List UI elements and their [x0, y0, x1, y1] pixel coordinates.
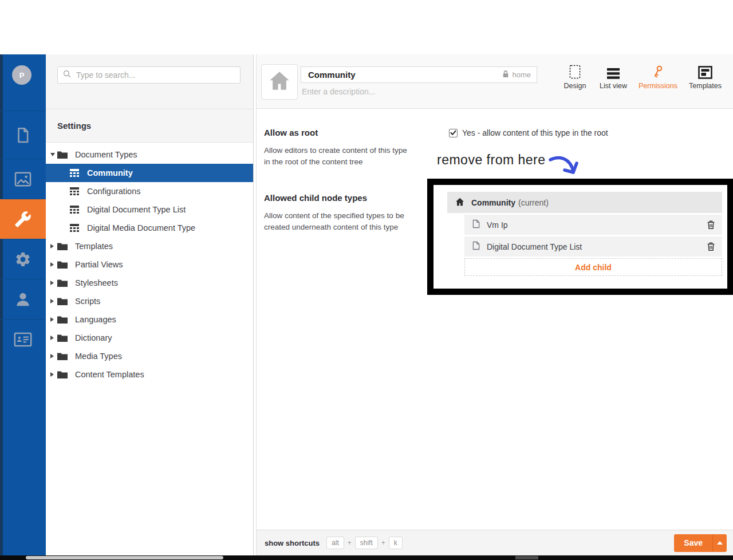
lock-icon	[502, 70, 509, 80]
name-field[interactable]	[307, 69, 502, 80]
show-shortcuts-link[interactable]: show shortcuts	[265, 539, 320, 547]
design-icon	[569, 64, 581, 79]
nav-item-users[interactable]	[0, 279, 46, 320]
save-split-button: Save	[674, 534, 727, 552]
tree-item-label: Community	[87, 168, 133, 178]
annotation-highlight-box: Community (current) Vm Ip D	[427, 179, 733, 295]
caret-right-icon[interactable]	[50, 281, 54, 285]
allowed-children-heading: Allowed child node types	[264, 193, 367, 203]
caret-right-icon[interactable]	[50, 262, 54, 267]
tree-item-label: Content Templates	[75, 370, 144, 379]
nav-item-settings[interactable]	[0, 199, 46, 239]
tree-item-community[interactable]: Community	[46, 164, 253, 182]
document-type-grid-icon	[70, 224, 79, 232]
nav-item-content[interactable]	[0, 111, 46, 159]
tree-item-partial-views[interactable]: Partial Views	[46, 255, 253, 274]
tab-design[interactable]: Design	[562, 64, 588, 90]
tree-item-digital-media-document-type[interactable]: Digital Media Document Type	[46, 219, 253, 237]
tab-list-view[interactable]: List view	[600, 64, 627, 90]
remove-child-button[interactable]	[707, 242, 715, 251]
search-icon	[63, 70, 71, 80]
id-card-icon	[14, 332, 32, 347]
caret-right-icon[interactable]	[50, 336, 54, 340]
key-badge-alt: alt	[326, 537, 344, 549]
permissions-key-icon	[652, 64, 664, 79]
tree-item-label: Media Types	[75, 352, 122, 361]
tree-item-stylesheets[interactable]: Stylesheets	[46, 274, 253, 292]
tree-item-document-types[interactable]: Document Types	[46, 145, 253, 164]
caret-right-icon[interactable]	[50, 317, 54, 322]
allowed-children-parent-row: Community (current)	[447, 192, 722, 213]
app-window: P	[0, 54, 733, 555]
folder-icon	[57, 242, 68, 250]
allow-as-root-heading: Allow as root	[264, 128, 318, 137]
folder-icon	[57, 370, 68, 378]
scrollbar-thumb[interactable]	[26, 556, 223, 559]
avatar[interactable]: P	[12, 65, 31, 85]
settings-tree: Document Types Community Configurations …	[46, 143, 253, 384]
tree-item-configurations[interactable]: Configurations	[46, 182, 253, 200]
tree-item-label: Digital Document Type List	[87, 205, 186, 214]
caret-right-icon[interactable]	[50, 299, 54, 303]
key-separator: +	[348, 539, 352, 547]
parent-suffix: (current)	[518, 198, 549, 207]
key-badge-shift: shift	[355, 537, 378, 549]
tree-item-label: Scripts	[75, 297, 100, 306]
tab-label: Templates	[689, 82, 722, 90]
chevron-up-icon	[717, 541, 723, 545]
caret-down-icon[interactable]	[50, 153, 55, 156]
tree-item-dictionary[interactable]: Dictionary	[46, 329, 253, 347]
caret-right-icon[interactable]	[50, 354, 54, 358]
tree-item-label: Dictionary	[75, 333, 112, 342]
allow-root-option: Yes - allow content of this type in the …	[449, 128, 608, 137]
caret-right-icon[interactable]	[50, 372, 54, 377]
folder-icon	[57, 261, 68, 269]
document-type-grid-icon	[70, 169, 79, 177]
tree-item-label: Configurations	[87, 187, 141, 196]
search-input[interactable]	[75, 70, 235, 80]
tree-item-media-types[interactable]: Media Types	[46, 347, 253, 365]
tree-item-digital-document-type-list[interactable]: Digital Document Type List	[46, 200, 253, 219]
save-options-toggle[interactable]	[712, 534, 727, 552]
folder-icon	[57, 279, 68, 287]
document-icon	[472, 219, 480, 230]
save-button[interactable]: Save	[674, 534, 712, 552]
wrench-icon	[14, 211, 31, 228]
tab-label: Design	[564, 82, 586, 90]
editor-footer: show shortcuts alt + shift + k Save	[257, 530, 733, 555]
allow-root-checkbox-label[interactable]: Yes - allow content of this type in the …	[462, 128, 608, 137]
remove-child-button[interactable]	[707, 220, 715, 230]
nav-item-members[interactable]	[0, 319, 46, 360]
search-box[interactable]	[57, 66, 241, 84]
tab-label: List view	[600, 82, 627, 90]
gear-icon	[14, 251, 31, 268]
main-panel: home Design List view	[256, 54, 733, 555]
tab-templates[interactable]: Templates	[689, 64, 722, 90]
tree-item-scripts[interactable]: Scripts	[46, 292, 253, 310]
folder-icon	[57, 334, 68, 342]
content-type-icon-button[interactable]	[261, 64, 298, 100]
nav-item-media[interactable]	[0, 159, 46, 199]
allowed-child-label: Vm Ip	[487, 220, 707, 230]
document-icon	[472, 241, 480, 252]
tab-permissions[interactable]: Permissions	[639, 64, 677, 90]
home-icon	[455, 198, 464, 208]
allow-root-checkbox[interactable]	[449, 129, 458, 137]
person-icon	[14, 291, 31, 308]
nav-item-packages[interactable]	[0, 239, 46, 279]
tree-item-label: Partial Views	[75, 260, 123, 269]
tree-item-content-templates[interactable]: Content Templates	[46, 365, 253, 384]
editor-tabs: Design List view Permissions	[562, 64, 722, 90]
caret-right-icon[interactable]	[50, 244, 54, 249]
key-separator: +	[381, 539, 385, 547]
add-child-button[interactable]: Add child	[464, 258, 722, 276]
templates-icon	[698, 64, 712, 79]
scrollbar-segment	[515, 556, 538, 559]
tree-item-label: Document Types	[75, 150, 137, 159]
horizontal-scrollbar	[0, 555, 733, 560]
description-field[interactable]	[301, 86, 539, 97]
tree-item-languages[interactable]: Languages	[46, 310, 253, 329]
tree-item-templates[interactable]: Templates	[46, 237, 253, 255]
tab-label: Permissions	[639, 82, 677, 90]
parent-name: Community	[471, 198, 515, 207]
